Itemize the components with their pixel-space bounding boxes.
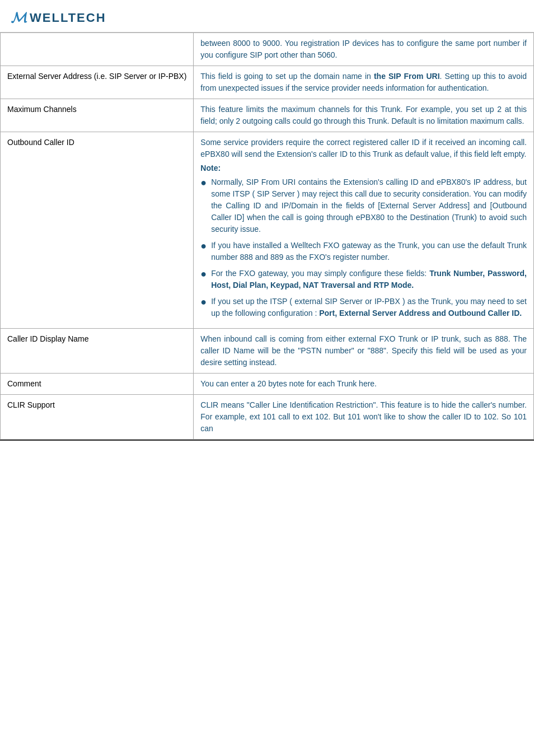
bullet-icon-3: ● xyxy=(200,268,207,281)
content-cell-max-channels: This feature limits the maximum channels… xyxy=(194,99,534,132)
table-row-max-channels: Maximum Channels This feature limits the… xyxy=(1,99,534,132)
logo-area: 𝓜 WELLTECH xyxy=(0,0,534,32)
table-row-comment: Comment You can enter a 20 bytes note fo… xyxy=(1,374,534,395)
bullet-icon-4: ● xyxy=(200,296,207,309)
label-cell-port xyxy=(1,33,194,66)
label-cell-comment: Comment xyxy=(1,374,194,395)
bullet-text-3: For the FXO gateway, you may simply conf… xyxy=(211,268,527,291)
content-cell-port: between 8000 to 9000. You registration I… xyxy=(194,33,534,66)
content-table: between 8000 to 9000. You registration I… xyxy=(0,32,534,440)
bullet-text-1: Normally, SIP From URI contains the Exte… xyxy=(211,176,527,235)
label-cell-external-server: External Server Address (i.e. SIP Server… xyxy=(1,66,194,99)
list-item: ● Normally, SIP From URI contains the Ex… xyxy=(200,176,527,235)
label-cell-clir-support: CLIR Support xyxy=(1,395,194,440)
label-cell-caller-id-display: Caller ID Display Name xyxy=(1,329,194,374)
list-item: ● If you set up the ITSP ( external SIP … xyxy=(200,296,527,319)
label-cell-max-channels: Maximum Channels xyxy=(1,99,194,132)
bullet-list: ● Normally, SIP From URI contains the Ex… xyxy=(200,176,527,319)
bold-sip-from-uri: the SIP From URI xyxy=(374,72,440,81)
bullet-icon-2: ● xyxy=(200,240,207,253)
bold-itsp-fields: Port, External Server Address and Outbou… xyxy=(319,309,522,318)
content-cell-caller-id-display: When inbound call is coming from either … xyxy=(194,329,534,374)
logo-m: 𝓜 xyxy=(11,9,27,26)
content-cell-comment: You can enter a 20 bytes note for each T… xyxy=(194,374,534,395)
table-row: between 8000 to 9000. You registration I… xyxy=(1,33,534,66)
content-cell-external-server: This field is going to set up the domain… xyxy=(194,66,534,99)
list-item: ● For the FXO gateway, you may simply co… xyxy=(200,268,527,291)
table-row-caller-id-display: Caller ID Display Name When inbound call… xyxy=(1,329,534,374)
bold-fxo-fields: Trunk Number, Password, Host, Dial Plan,… xyxy=(211,269,527,290)
logo-name: WELLTECH xyxy=(30,11,106,25)
logo: 𝓜 WELLTECH xyxy=(11,9,523,26)
table-row-outbound-caller-id: Outbound Caller ID Some service provider… xyxy=(1,132,534,329)
outbound-intro: Some service providers require the corre… xyxy=(200,137,527,160)
note-label: Note: xyxy=(200,162,527,174)
table-row-external-server: External Server Address (i.e. SIP Server… xyxy=(1,66,534,99)
list-item: ● If you have installed a Welltech FXO g… xyxy=(200,240,527,263)
table-row-clir-support: CLIR Support CLIR means "Caller Line Ide… xyxy=(1,395,534,440)
bullet-text-2: If you have installed a Welltech FXO gat… xyxy=(211,240,527,263)
content-cell-outbound-caller-id: Some service providers require the corre… xyxy=(194,132,534,329)
label-cell-outbound-caller-id: Outbound Caller ID xyxy=(1,132,194,329)
bullet-text-4: If you set up the ITSP ( external SIP Se… xyxy=(211,296,527,319)
bullet-icon-1: ● xyxy=(200,177,207,189)
bottom-divider xyxy=(0,440,534,441)
content-cell-clir-support: CLIR means "Caller Line Identification R… xyxy=(194,395,534,440)
